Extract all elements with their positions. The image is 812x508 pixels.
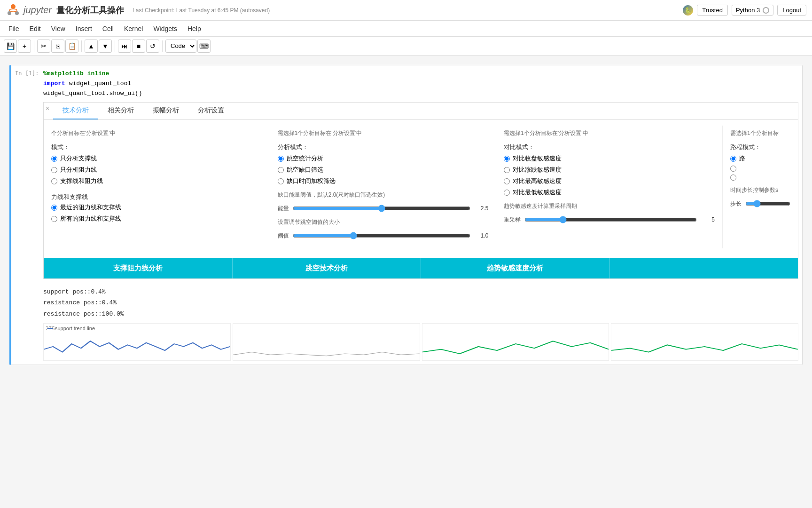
energy-slider-row: 能量 2.5 bbox=[278, 205, 489, 213]
cell-code[interactable]: %matplotlib inline import widget_quant_t… bbox=[43, 69, 798, 98]
mode-option-2[interactable]: 只分析阻力线 bbox=[51, 166, 262, 174]
cell-header: In [1]: %matplotlib inline import widget… bbox=[11, 65, 802, 102]
line-radio-2[interactable] bbox=[51, 216, 57, 222]
menu-cell[interactable]: Cell bbox=[98, 23, 118, 34]
chart-box-2 bbox=[233, 323, 420, 361]
contrast-radio-2[interactable] bbox=[504, 167, 510, 173]
move-down-button[interactable]: ▼ bbox=[99, 40, 112, 53]
resample-slider[interactable] bbox=[524, 216, 697, 223]
menubar: File Edit View Insert Cell Kernel Widget… bbox=[0, 21, 812, 37]
chart-svg-2 bbox=[233, 327, 420, 360]
contrast-radio-1[interactable] bbox=[504, 156, 510, 162]
analysis-mode-option-1[interactable]: 跳空统计分析 bbox=[278, 154, 489, 163]
section-trend-sensitivity: 需选择1个分析目标在'分析设置'中 对比模式： 对比收盘敏感速度 对比涨跌敏感速… bbox=[496, 126, 723, 248]
widget-panel: × 技术分析 相关分析 振幅分析 分析设置 个分析目标在'分析设置'中 模式： bbox=[43, 102, 798, 278]
cell-type-select[interactable]: Code bbox=[165, 40, 196, 53]
gap-analysis-btn[interactable]: 跳空技术分析 bbox=[233, 258, 422, 278]
contrast-option-1[interactable]: 对比收盘敏感速度 bbox=[504, 154, 715, 163]
mode-option-1[interactable]: 只分析支撑线 bbox=[51, 154, 262, 163]
step-label: 步长 bbox=[730, 200, 742, 208]
energy-slider[interactable] bbox=[293, 205, 471, 212]
energy-threshold-desc: 缺口能量阈值，默认2.0(只对缺口筛选生效) bbox=[278, 191, 489, 199]
section-gap-analysis: 需选择1个分析目标在'分析设置'中 分析模式： 跳空统计分析 跳空缺口筛选 bbox=[270, 126, 497, 248]
contrast-radio-4[interactable] bbox=[504, 190, 510, 196]
add-cell-button[interactable]: + bbox=[18, 40, 31, 53]
contrast-option-2[interactable]: 对比涨跌敏感速度 bbox=[504, 166, 715, 174]
output-line-3: resistance pos::100.0% bbox=[43, 309, 798, 319]
route-radio-group: 路 bbox=[730, 154, 790, 181]
menu-help[interactable]: Help bbox=[183, 23, 206, 34]
run-all-button[interactable]: ⏭ bbox=[118, 40, 131, 53]
code-line-1: %matplotlib inline bbox=[43, 69, 798, 79]
route-option-2[interactable] bbox=[730, 166, 790, 172]
contrast-label: 对比模式： bbox=[504, 143, 534, 151]
mode-label: 模式： bbox=[51, 143, 70, 151]
analysis-mode-radio-3[interactable] bbox=[278, 178, 284, 184]
analysis-mode-option-2[interactable]: 跳空缺口筛选 bbox=[278, 166, 489, 174]
toolbar-sep-1 bbox=[34, 40, 34, 52]
tab-correlation[interactable]: 相关分析 bbox=[98, 103, 143, 119]
section-route: 需选择1个分析目标 路程模式： 路 bbox=[723, 126, 798, 248]
tab-settings[interactable]: 分析设置 bbox=[188, 103, 234, 119]
actions-bar: 支撑阻力线分析 跳空技术分析 趋势敏感速度分析 bbox=[44, 258, 798, 278]
tab-content: 个分析目标在'分析设置'中 模式： 只分析支撑线 只分析阻力线 bbox=[44, 120, 798, 254]
close-button[interactable]: × bbox=[46, 104, 49, 112]
magic-command: %matplotlib inline bbox=[43, 70, 109, 77]
route-group: 路程模式： 路 bbox=[730, 143, 790, 181]
step-slider[interactable] bbox=[745, 200, 790, 207]
route-option-3[interactable] bbox=[730, 175, 790, 181]
logout-button[interactable]: Logout bbox=[777, 5, 806, 16]
line-radio-1[interactable] bbox=[51, 205, 57, 211]
threshold-label: 阈值 bbox=[278, 232, 289, 240]
contrast-radio-3[interactable] bbox=[504, 178, 510, 184]
fourth-btn[interactable] bbox=[610, 258, 798, 278]
tab-technical[interactable]: 技术分析 bbox=[53, 103, 98, 119]
route-radio-3[interactable] bbox=[730, 175, 736, 181]
save-button[interactable]: 💾 bbox=[4, 40, 17, 53]
menu-kernel[interactable]: Kernel bbox=[119, 23, 148, 34]
python-icon: 🐍 bbox=[683, 5, 693, 16]
analysis-mode-label-3: 缺口时间加权筛选 bbox=[287, 177, 336, 185]
menu-insert[interactable]: Insert bbox=[71, 23, 97, 34]
trusted-button[interactable]: Trusted bbox=[697, 5, 728, 16]
contrast-option-3[interactable]: 对比最高敏感速度 bbox=[504, 177, 715, 185]
threshold-slider[interactable] bbox=[293, 232, 471, 239]
svg-point-1 bbox=[8, 11, 11, 15]
mode-radio-1[interactable] bbox=[51, 156, 57, 162]
threshold-value: 1.0 bbox=[474, 232, 488, 239]
keyboard-button[interactable]: ⌨ bbox=[197, 40, 211, 53]
restart-button[interactable]: ↺ bbox=[146, 40, 159, 53]
contrast-option-4[interactable]: 对比最低敏感速度 bbox=[504, 188, 715, 197]
route-radio-1[interactable] bbox=[730, 156, 736, 162]
menu-widgets[interactable]: Widgets bbox=[148, 23, 182, 34]
tab-amplitude[interactable]: 振幅分析 bbox=[143, 103, 188, 119]
route-label-1: 路 bbox=[739, 154, 745, 163]
contrast-label-3: 对比最高敏感速度 bbox=[513, 177, 562, 185]
analysis-mode-radio-2[interactable] bbox=[278, 167, 284, 173]
cut-button[interactable]: ✂ bbox=[37, 40, 50, 53]
menu-edit[interactable]: Edit bbox=[25, 23, 46, 34]
line-option-2[interactable]: 所有的阻力线和支撑线 bbox=[51, 214, 262, 223]
analysis-mode-radio-1[interactable] bbox=[278, 156, 284, 162]
line-option-1[interactable]: 最近的阻力线和支撑线 bbox=[51, 203, 262, 212]
notebook-title[interactable]: 量化分析工具操作 bbox=[56, 5, 124, 16]
contrast-label-1: 对比收盘敏感速度 bbox=[513, 154, 562, 163]
route-radio-2[interactable] bbox=[730, 166, 736, 172]
stop-button[interactable]: ■ bbox=[132, 40, 145, 53]
step-group: 时间步长控制参数s 步长 bbox=[730, 186, 790, 208]
copy-button[interactable]: ⎘ bbox=[51, 40, 64, 53]
kernel-status-icon bbox=[763, 7, 769, 14]
mode-option-3[interactable]: 支撑线和阻力线 bbox=[51, 177, 262, 185]
menu-file[interactable]: File bbox=[4, 23, 24, 34]
mode-radio-3[interactable] bbox=[51, 178, 57, 184]
trend-sensitivity-btn[interactable]: 趋势敏感速度分析 bbox=[421, 258, 610, 278]
mode-radio-2[interactable] bbox=[51, 167, 57, 173]
analysis-mode-option-3[interactable]: 缺口时间加权筛选 bbox=[278, 177, 489, 185]
code-line-3: widget_quant_tool.show_ui() bbox=[43, 89, 798, 99]
move-up-button[interactable]: ▲ bbox=[85, 40, 98, 53]
paste-button[interactable]: 📋 bbox=[65, 40, 78, 53]
support-resistance-btn[interactable]: 支撑阻力线分析 bbox=[44, 258, 233, 278]
import-keyword: import bbox=[43, 80, 65, 87]
route-option-1[interactable]: 路 bbox=[730, 154, 790, 163]
menu-view[interactable]: View bbox=[47, 23, 70, 34]
